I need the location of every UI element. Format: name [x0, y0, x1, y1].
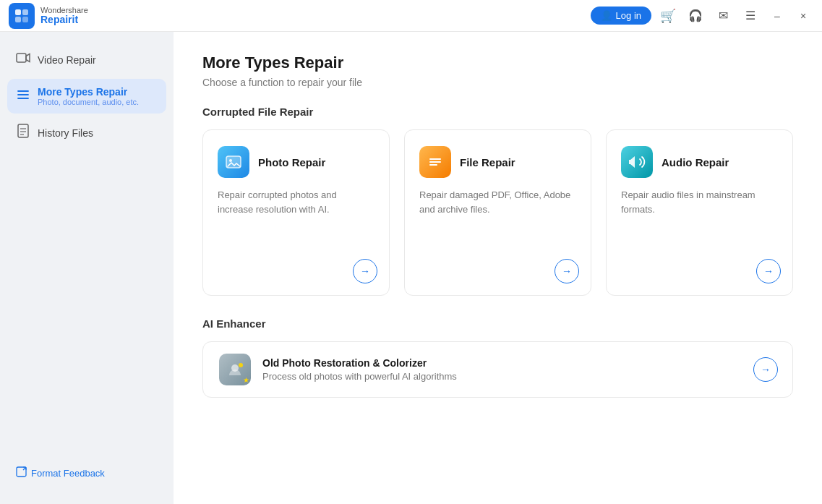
menu-icon: ☰: [745, 9, 755, 22]
video-repair-icon: [16, 51, 30, 69]
photo-repair-title: Photo Repair: [258, 156, 325, 168]
page-title: More Types Repair: [202, 54, 793, 72]
corrupted-section-title: Corrupted File Repair: [202, 106, 793, 118]
person-icon: 👤: [601, 10, 612, 21]
audio-repair-arrow[interactable]: →: [756, 259, 781, 283]
close-icon: ×: [800, 10, 806, 22]
page-subtitle: Choose a function to repair your file: [202, 77, 793, 88]
sidebar-item-history-files[interactable]: History Files: [7, 116, 166, 149]
format-feedback-link[interactable]: Format Feedback: [7, 461, 166, 485]
close-button[interactable]: ×: [793, 6, 813, 26]
video-repair-label: Video Repair: [38, 54, 96, 66]
file-repair-desc: Repair damaged PDF, Office, Adobe and ar…: [419, 188, 576, 283]
mail-button[interactable]: ✉: [712, 5, 734, 27]
svg-rect-1: [22, 9, 28, 15]
svg-rect-3: [22, 17, 28, 22]
ai-card-title: Old Photo Restoration & Colorizer: [262, 357, 743, 369]
file-repair-header: File Repair: [419, 146, 576, 178]
ai-enhancer-section: AI Enhancer Old Photo Restoration & Colo…: [202, 317, 793, 398]
video-repair-text: Video Repair: [38, 54, 96, 66]
old-photo-restoration-card[interactable]: Old Photo Restoration & Colorizer Proces…: [202, 341, 793, 398]
ai-section-title: AI Enhancer: [202, 317, 793, 330]
audio-repair-icon: [621, 146, 653, 178]
ai-card-desc: Process old photos with powerful AI algo…: [262, 371, 743, 382]
more-types-text: More Types Repair Photo, document, audio…: [38, 86, 139, 106]
menu-button[interactable]: ☰: [740, 5, 761, 27]
sidebar: Video Repair More Types Repair Photo, do…: [0, 32, 174, 504]
main-layout: Video Repair More Types Repair Photo, do…: [0, 32, 822, 504]
feedback-label: Format Feedback: [31, 468, 105, 479]
svg-rect-4: [17, 54, 26, 62]
svg-point-14: [229, 159, 232, 162]
sidebar-item-more-types-repair[interactable]: More Types Repair Photo, document, audio…: [7, 79, 166, 114]
mail-icon: ✉: [719, 9, 728, 22]
more-types-icon: [16, 87, 30, 106]
more-types-label: More Types Repair: [38, 86, 139, 98]
logo-text: Wondershare Repairit: [40, 6, 88, 25]
login-label: Log in: [616, 10, 641, 21]
history-files-label: History Files: [38, 127, 93, 139]
svg-rect-2: [15, 17, 21, 22]
logo-icon: [9, 3, 35, 29]
title-bar: Wondershare Repairit 👤 Log in 🛒 🎧 ✉ ☰ – …: [0, 0, 822, 32]
sidebar-nav: Video Repair More Types Repair Photo, do…: [0, 43, 174, 149]
audio-repair-desc: Repair audio files in mainstream formats…: [621, 188, 778, 283]
audio-repair-title: Audio Repair: [662, 156, 729, 168]
ai-card-text: Old Photo Restoration & Colorizer Proces…: [262, 357, 743, 382]
sidebar-item-video-repair[interactable]: Video Repair: [7, 43, 166, 76]
ai-card-icon-wrapper: [218, 352, 252, 387]
file-repair-card[interactable]: File Repair Repair damaged PDF, Office, …: [404, 129, 591, 296]
photo-repair-header: Photo Repair: [218, 146, 374, 178]
svg-rect-0: [15, 9, 21, 15]
history-files-icon: [16, 124, 30, 142]
photo-repair-arrow[interactable]: →: [353, 259, 377, 283]
ai-card-arrow[interactable]: →: [753, 357, 778, 382]
app-name: Repairit: [40, 14, 88, 25]
file-repair-icon: [419, 146, 451, 178]
headset-icon: 🎧: [688, 9, 703, 22]
titlebar-actions: 👤 Log in 🛒 🎧 ✉ ☰ – ×: [591, 5, 813, 27]
file-repair-title: File Repair: [460, 156, 515, 168]
app-logo: Wondershare Repairit: [9, 3, 88, 29]
photo-repair-icon: [218, 146, 249, 178]
svg-point-19: [239, 363, 243, 367]
photo-repair-desc: Repair corrupted photos and increase res…: [218, 188, 374, 283]
file-repair-arrow[interactable]: →: [555, 259, 579, 283]
headset-button[interactable]: 🎧: [685, 5, 706, 27]
repair-cards-grid: Photo Repair Repair corrupted photos and…: [202, 129, 793, 296]
minimize-icon: –: [774, 10, 780, 22]
sidebar-bottom: Format Feedback: [0, 461, 174, 492]
more-types-sublabel: Photo, document, audio, etc.: [38, 98, 139, 106]
svg-rect-8: [18, 124, 28, 137]
content-area: More Types Repair Choose a function to r…: [174, 32, 822, 504]
login-button[interactable]: 👤 Log in: [591, 7, 651, 25]
audio-repair-card[interactable]: Audio Repair Repair audio files in mains…: [606, 129, 793, 296]
history-files-text: History Files: [38, 127, 93, 139]
cart-icon: 🛒: [660, 8, 676, 24]
cart-button[interactable]: 🛒: [657, 5, 679, 27]
feedback-link-icon: [16, 466, 27, 479]
minimize-button[interactable]: –: [767, 6, 787, 26]
audio-repair-header: Audio Repair: [621, 146, 778, 178]
photo-repair-card[interactable]: Photo Repair Repair corrupted photos and…: [202, 129, 390, 296]
ai-icon-inner: [219, 354, 251, 385]
